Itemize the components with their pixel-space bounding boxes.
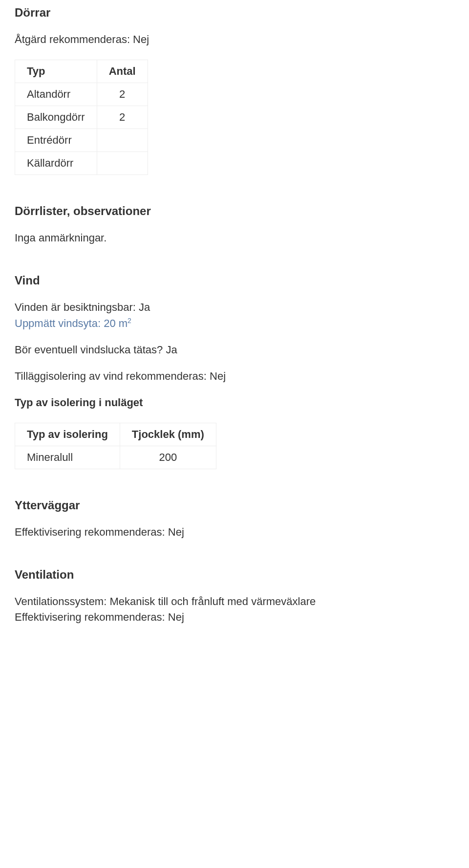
vind-vindsyta-prefix: Uppmätt vindsyta: 20 m bbox=[15, 317, 128, 329]
vind-vindsyta-sup: 2 bbox=[128, 317, 131, 325]
iso-table: Typ av isolering Tjocklek (mm) Mineralul… bbox=[15, 423, 216, 469]
table-row: Mineralull 200 bbox=[15, 446, 216, 469]
table-row: Källardörr bbox=[15, 152, 148, 175]
table-row: Entrédörr bbox=[15, 129, 148, 152]
cell-typ: Källardörr bbox=[15, 152, 97, 175]
document-page: Dörrar Åtgärd rekommenderas: Nej Typ Ant… bbox=[0, 0, 469, 667]
dorrar-table: Typ Antal Altandörr 2 Balkongdörr 2 Entr… bbox=[15, 60, 148, 175]
cell-iso-typ: Mineralull bbox=[15, 446, 120, 469]
col-header-iso-typ: Typ av isolering bbox=[15, 423, 120, 446]
col-header-antal: Antal bbox=[97, 60, 148, 83]
vind-besiktningsbar: Vinden är besiktningsbar: Ja bbox=[15, 301, 454, 314]
cell-antal: 2 bbox=[97, 106, 148, 129]
cell-iso-tjocklek: 200 bbox=[120, 446, 216, 469]
cell-antal bbox=[97, 129, 148, 152]
col-header-typ: Typ bbox=[15, 60, 97, 83]
vind-tillaggsisolering: Tilläggisolering av vind rekommenderas: … bbox=[15, 370, 454, 383]
cell-antal bbox=[97, 152, 148, 175]
section-heading-dorrar: Dörrar bbox=[15, 6, 454, 20]
table-row: Balkongdörr 2 bbox=[15, 106, 148, 129]
vind-vindslucka: Bör eventuell vindslucka tätas? Ja bbox=[15, 344, 454, 356]
cell-typ: Altandörr bbox=[15, 83, 97, 106]
table-row: Altandörr 2 bbox=[15, 83, 148, 106]
ventilation-effekt: Effektivisering rekommenderas: Nej bbox=[15, 611, 454, 624]
iso-subheading: Typ av isolering i nuläget bbox=[15, 396, 454, 409]
table-header-row: Typ av isolering Tjocklek (mm) bbox=[15, 423, 216, 446]
cell-antal: 2 bbox=[97, 83, 148, 106]
cell-typ: Balkongdörr bbox=[15, 106, 97, 129]
col-header-iso-tjocklek: Tjocklek (mm) bbox=[120, 423, 216, 446]
dorrlister-text: Inga anmärkningar. bbox=[15, 232, 454, 244]
ventilation-system: Ventilationssystem: Mekanisk till och fr… bbox=[15, 595, 454, 608]
section-heading-dorrlister: Dörrlister, observationer bbox=[15, 204, 454, 218]
section-heading-vind: Vind bbox=[15, 274, 454, 287]
section-heading-ventilation: Ventilation bbox=[15, 568, 454, 582]
yttervaggar-text: Effektivisering rekommenderas: Nej bbox=[15, 526, 454, 539]
table-header-row: Typ Antal bbox=[15, 60, 148, 83]
section-heading-yttervaggar: Ytterväggar bbox=[15, 499, 454, 512]
dorrar-action-line: Åtgärd rekommenderas: Nej bbox=[15, 33, 454, 46]
vind-vindsyta: Uppmätt vindsyta: 20 m2 bbox=[15, 317, 454, 330]
cell-typ: Entrédörr bbox=[15, 129, 97, 152]
